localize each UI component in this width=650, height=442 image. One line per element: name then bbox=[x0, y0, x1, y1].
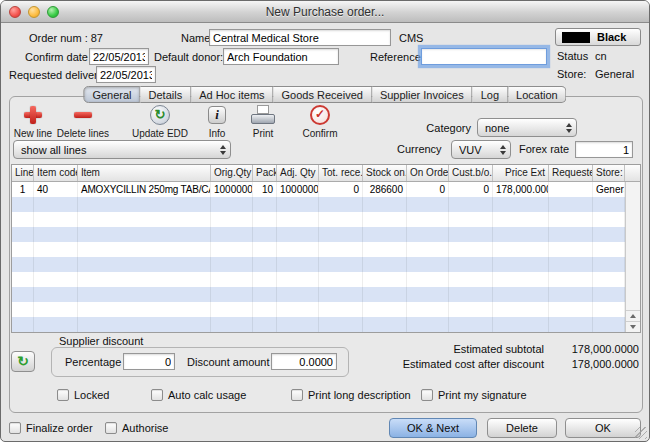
col-header-store[interactable]: Store: bbox=[593, 165, 625, 181]
table-row-empty bbox=[12, 317, 625, 332]
minus-icon bbox=[73, 105, 93, 125]
info-button[interactable]: i Info bbox=[199, 103, 235, 139]
col-header-cust-backorder[interactable]: Cust.b/o... bbox=[449, 165, 493, 181]
table-row-empty bbox=[12, 242, 625, 257]
ok-button[interactable]: OK bbox=[565, 418, 641, 438]
chevron-up-down-icon bbox=[566, 123, 572, 133]
window-close-button[interactable] bbox=[9, 6, 21, 18]
refresh-icon: ↻ bbox=[17, 353, 29, 369]
table-body: 1 40 AMOXYCILLIN 250mg TAB/CAP 1000000 1… bbox=[12, 182, 625, 332]
status-value: cn bbox=[595, 50, 607, 62]
table-row-empty bbox=[12, 197, 625, 212]
col-header-orig-qty[interactable]: Orig.Qty bbox=[211, 165, 253, 181]
authorise-checkbox[interactable]: Authorise bbox=[105, 422, 168, 434]
forex-rate-input[interactable] bbox=[575, 141, 633, 158]
colour-chip-icon bbox=[562, 32, 590, 43]
tab-ad-hoc-items[interactable]: Ad Hoc items bbox=[191, 86, 273, 103]
reference-input[interactable] bbox=[421, 48, 547, 65]
info-icon: i bbox=[208, 106, 226, 124]
resize-grip[interactable] bbox=[635, 427, 647, 439]
table-row-empty bbox=[12, 227, 625, 242]
name-input[interactable] bbox=[209, 29, 391, 46]
print-my-signature-checkbox[interactable]: Print my signature bbox=[421, 389, 527, 401]
col-header-pack[interactable]: Pack bbox=[253, 165, 277, 181]
tab-goods-received[interactable]: Goods Received bbox=[274, 86, 372, 103]
currency-label: Currency bbox=[397, 143, 442, 155]
requested-delivery-input[interactable] bbox=[96, 66, 156, 83]
cell-store: General bbox=[593, 182, 625, 197]
scroll-up-button[interactable] bbox=[626, 310, 640, 321]
locked-checkbox[interactable]: Locked bbox=[57, 389, 109, 401]
window-controls bbox=[9, 6, 59, 18]
tab-general[interactable]: General bbox=[83, 86, 140, 103]
tab-log[interactable]: Log bbox=[473, 86, 508, 103]
printer-icon bbox=[251, 105, 275, 125]
col-header-price-ext[interactable]: Price Ext bbox=[493, 165, 549, 181]
table-row-empty bbox=[12, 272, 625, 287]
order-num-value: 87 bbox=[91, 32, 103, 44]
forex-rate-label: Forex rate bbox=[519, 143, 569, 155]
tab-location[interactable]: Location bbox=[508, 86, 567, 103]
checkbox-icon bbox=[105, 422, 117, 434]
col-header-requested[interactable]: Requeste... bbox=[549, 165, 593, 181]
table-row[interactable]: 1 40 AMOXYCILLIN 250mg TAB/CAP 1000000 1… bbox=[12, 182, 625, 197]
plus-icon bbox=[23, 105, 43, 125]
update-edd-icon: ↻ bbox=[150, 105, 170, 125]
requested-delivery-label: Requested delivery bbox=[9, 69, 103, 81]
cell-cust-backorder: 0 bbox=[449, 182, 493, 197]
confirm-button[interactable]: ✓ Confirm bbox=[293, 103, 347, 139]
tab-details[interactable]: Details bbox=[141, 86, 192, 103]
print-long-description-checkbox[interactable]: Print long description bbox=[291, 389, 411, 401]
update-edd-button[interactable]: ↻ Update EDD bbox=[129, 103, 191, 139]
print-button[interactable]: Print bbox=[241, 103, 285, 139]
default-donor-input[interactable] bbox=[223, 48, 339, 65]
col-header-item[interactable]: Item bbox=[78, 165, 211, 181]
table-row-empty bbox=[12, 332, 625, 333]
ok-and-next-button[interactable]: OK & Next bbox=[389, 418, 477, 438]
delete-button[interactable]: Delete bbox=[487, 418, 557, 438]
cell-stock-on-hand: 286600 bbox=[363, 182, 407, 197]
colour-label: Black bbox=[597, 31, 626, 43]
cell-item-code: 40 bbox=[34, 182, 78, 197]
category-dropdown[interactable]: none bbox=[477, 118, 577, 137]
table-row-empty bbox=[12, 257, 625, 272]
delete-lines-button[interactable]: Delete lines bbox=[53, 103, 113, 139]
estimated-subtotal-value: 178,000.0000 bbox=[544, 343, 639, 355]
auto-calc-usage-checkbox[interactable]: Auto calc usage bbox=[151, 389, 246, 401]
order-lines-table: Line Item code Item Orig.Qty Pack Adj. Q… bbox=[11, 164, 641, 333]
col-header-item-code[interactable]: Item code bbox=[34, 165, 78, 181]
window-zoom-button[interactable] bbox=[47, 6, 59, 18]
col-header-line[interactable]: Line bbox=[12, 165, 34, 181]
cell-adj-qty: 1000000 bbox=[277, 182, 319, 197]
cell-pack: 10 bbox=[253, 182, 277, 197]
chevron-up-down-icon bbox=[500, 145, 506, 155]
cell-tot-received: 0 bbox=[319, 182, 363, 197]
currency-dropdown[interactable]: VUV bbox=[451, 140, 511, 159]
percentage-input[interactable] bbox=[123, 353, 175, 370]
store-value: General bbox=[595, 68, 634, 80]
confirm-date-input[interactable] bbox=[89, 48, 149, 65]
col-header-on-order[interactable]: On Order bbox=[407, 165, 449, 181]
colour-picker-button[interactable]: Black bbox=[555, 28, 641, 46]
scroll-down-button[interactable] bbox=[626, 321, 640, 332]
percentage-label: Percentage bbox=[65, 356, 121, 368]
vertical-scrollbar[interactable] bbox=[625, 182, 640, 332]
window-minimize-button[interactable] bbox=[28, 6, 40, 18]
line-filter-dropdown[interactable]: show all lines bbox=[13, 140, 231, 159]
table-row-empty bbox=[12, 287, 625, 302]
col-header-adj-qty[interactable]: Adj. Qty bbox=[277, 165, 319, 181]
category-label: Category bbox=[411, 122, 471, 134]
col-header-tot-received[interactable]: Tot. rece... bbox=[319, 165, 363, 181]
tab-supplier-invoices[interactable]: Supplier Invoices bbox=[372, 86, 473, 103]
new-line-button[interactable]: New line bbox=[11, 103, 55, 139]
discount-amount-input[interactable] bbox=[271, 353, 337, 370]
col-header-stock-on-hand[interactable]: Stock on... bbox=[363, 165, 407, 181]
confirm-date-label: Confirm date bbox=[25, 51, 88, 63]
checkbox-icon bbox=[421, 389, 433, 401]
finalize-order-checkbox[interactable]: Finalize order bbox=[9, 422, 93, 434]
checkbox-icon bbox=[57, 389, 69, 401]
table-row-empty bbox=[12, 212, 625, 227]
default-donor-label: Default donor: bbox=[154, 51, 223, 63]
recalculate-button[interactable]: ↻ bbox=[11, 351, 35, 372]
window-titlebar[interactable]: New Purchase order... bbox=[1, 1, 649, 23]
